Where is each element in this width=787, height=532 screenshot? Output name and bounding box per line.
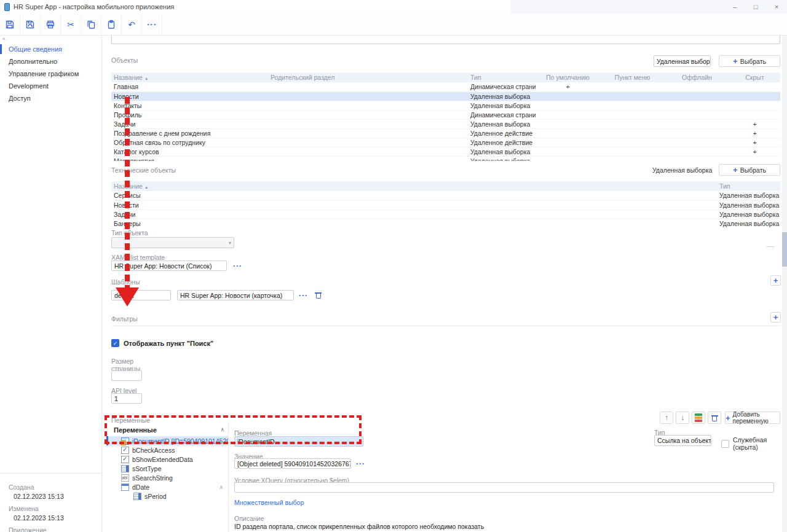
- tech-objects-section-title: Технические объекты: [111, 166, 176, 174]
- modified-label: Изменена: [9, 505, 101, 512]
- undo-button[interactable]: ↶: [122, 14, 142, 35]
- checkbox-checked-icon: ✓: [111, 339, 119, 347]
- service-hidden-checkbox[interactable]: Служебная (скрыта): [721, 436, 787, 451]
- save-button[interactable]: [0, 14, 20, 35]
- sidebar-item[interactable]: Дополнительно: [0, 55, 101, 68]
- table-row[interactable]: Сервисы Удаленная выборка: [111, 191, 780, 200]
- print-button[interactable]: [41, 14, 61, 35]
- multi-select-link[interactable]: Множественный выбор: [234, 499, 304, 506]
- tech-table-header: Название ▲ Тип: [111, 181, 780, 191]
- created-value: 02.12.2023 15:13: [14, 493, 101, 500]
- add-filter-button[interactable]: +: [770, 312, 781, 323]
- arrow-up-icon: ↑: [665, 413, 668, 422]
- objects-select-button[interactable]: +Выбрать: [719, 55, 780, 67]
- add-template-button[interactable]: +: [770, 275, 781, 286]
- tech-objects-type-label: Удаленная выборка: [652, 166, 712, 174]
- move-up-button[interactable]: ↑: [660, 412, 673, 424]
- table-row[interactable]: Задачи Удаленная выборка: [111, 209, 780, 219]
- description-label: Описание: [234, 515, 264, 522]
- maximize-button[interactable]: □: [750, 3, 761, 10]
- test-variables-button[interactable]: [692, 412, 705, 424]
- table-row[interactable]: Задачи Удаленная выборка +: [111, 119, 780, 128]
- undo-icon: ↶: [128, 20, 135, 29]
- plus-icon: +: [773, 276, 778, 284]
- table-row[interactable]: Контакты Удаленная выборка: [111, 101, 780, 110]
- objects-section-title: Объекты: [111, 57, 138, 64]
- api-level-input[interactable]: 1: [111, 393, 142, 404]
- show-search-label: Отображать пункт "Поиск": [124, 340, 213, 347]
- objects-table-header: Название ▲ Родительский раздел Тип По ум…: [111, 72, 780, 82]
- description-value: ID раздела портала, список прикрепленных…: [234, 523, 484, 530]
- copy-icon: [86, 20, 96, 29]
- sidebar-item[interactable]: Управление графиком: [0, 68, 101, 80]
- arrow-down-icon: ↓: [681, 413, 684, 422]
- plus-icon: +: [733, 57, 738, 65]
- chevron-down-icon: ▾: [229, 240, 231, 246]
- chevron-up-icon: ∧: [219, 484, 223, 490]
- value-input[interactable]: [Object deleted] 5904091014520326767: [234, 458, 351, 469]
- variable-tree-item[interactable]: sSortType ∧: [106, 464, 228, 473]
- title-bar: HR Super App - настройка мобильного прил…: [0, 0, 787, 14]
- xquery-input[interactable]: [234, 482, 774, 493]
- sidebar-footer: Создана 02.12.2023 15:13 Изменена 02.12.…: [0, 473, 101, 532]
- objects-type-dropdown[interactable]: Удаленная выборка▾: [654, 55, 711, 67]
- priority-bars-icon: [695, 413, 702, 422]
- cut-button[interactable]: ✂: [61, 14, 81, 35]
- show-search-checkbox[interactable]: ✓ Отображать пункт "Поиск": [111, 339, 213, 347]
- variable-tree-item[interactable]: sPeriod ∧: [106, 491, 228, 501]
- annotation-rectangle: [105, 415, 362, 444]
- template-value-input[interactable]: HR Super App: Новости (карточка): [177, 290, 294, 300]
- variable-type-dropdown[interactable]: Ссылка на объект в ...▾: [654, 435, 711, 446]
- more-button[interactable]: ···: [142, 14, 162, 35]
- variable-tree-item[interactable]: bShowExtendedData ∧: [106, 455, 228, 464]
- window-title: HR Super App - настройка мобильного прил…: [14, 3, 174, 10]
- delete-variable-button[interactable]: [708, 412, 721, 424]
- minimize-button[interactable]: –: [729, 3, 740, 10]
- variable-tree-item[interactable]: dDate ∧: [106, 482, 228, 491]
- service-hidden-label: Служебная (скрыта): [733, 436, 787, 451]
- close-button[interactable]: ×: [771, 3, 782, 10]
- filters-section-title: Фильтры: [111, 315, 138, 323]
- table-row[interactable]: Новости Удаленная выборка: [111, 92, 780, 101]
- vertical-scrollbar[interactable]: [782, 36, 787, 532]
- table-row[interactable]: Каталог курсов Удаленная выборка +: [111, 147, 780, 156]
- clipped-top-field[interactable]: [111, 36, 780, 44]
- table-row[interactable]: Новости Удаленная выборка: [111, 200, 780, 209]
- move-down-button[interactable]: ↓: [676, 412, 689, 424]
- template-ellipsis-button[interactable]: ···: [299, 291, 308, 300]
- variable-type-icon: [121, 447, 129, 454]
- more-icon: ···: [147, 20, 157, 29]
- annotation-arrow-head: [116, 288, 139, 307]
- variable-tree-item[interactable]: bCheckAccess ∧: [106, 445, 228, 455]
- trash-icon: [711, 414, 718, 421]
- sidebar-item[interactable]: Development: [0, 80, 101, 92]
- table-row[interactable]: Главная Динамическая страница +: [111, 82, 780, 92]
- object-type-dropdown[interactable]: ▾: [111, 237, 234, 248]
- table-row[interactable]: Мероприятия Удаленная выборка: [111, 156, 780, 161]
- sidebar-item[interactable]: Доступ: [0, 92, 101, 104]
- created-label: Создана: [9, 483, 101, 491]
- value-ellipsis-button[interactable]: ···: [356, 460, 365, 468]
- save-icon: [5, 20, 15, 29]
- plus-icon: +: [726, 414, 730, 422]
- template-delete-button[interactable]: [315, 291, 322, 299]
- scrollbar-thumb[interactable]: [782, 232, 787, 267]
- variable-type-icon: [121, 456, 129, 463]
- xaml-ellipsis-button[interactable]: ···: [233, 262, 242, 270]
- table-row[interactable]: Баннеры Удаленная выборка: [111, 219, 780, 228]
- tech-objects-select-button[interactable]: +Выбрать: [719, 164, 780, 176]
- application-label: Приложение: [9, 526, 101, 532]
- variable-tree-item[interactable]: sSearchString ∧: [106, 473, 228, 482]
- add-variable-button[interactable]: +Добавить переменную: [725, 412, 780, 424]
- copy-button[interactable]: [81, 14, 101, 35]
- table-row[interactable]: Обратная связь по сотруднику Удаленное д…: [111, 138, 780, 147]
- save-refresh-button[interactable]: [20, 14, 41, 35]
- main-toolbar: ✂ ↶ ···: [0, 14, 787, 36]
- table-row[interactable]: Профиль Динамическая страница: [111, 110, 780, 119]
- sidebar-collapse-icon[interactable]: «: [2, 36, 6, 42]
- table-row[interactable]: Поздравление с днем рождения Удаленное д…: [111, 128, 780, 138]
- paste-button[interactable]: [101, 14, 122, 35]
- annotation-arrow-shaft: [125, 97, 130, 289]
- sidebar-item[interactable]: Общие сведения: [0, 43, 101, 55]
- page-size-input[interactable]: [111, 370, 142, 381]
